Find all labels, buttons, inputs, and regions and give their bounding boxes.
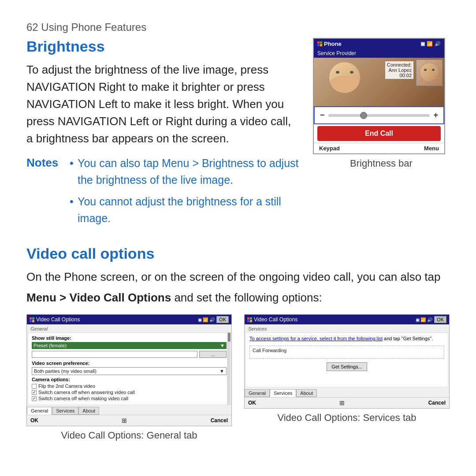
services-highlight: To access settings for a service, select… [249,336,383,341]
camera-checkbox-3: Switch camera off when making video call [32,396,227,401]
services-spacer [249,371,444,384]
vco-services-cancel-bottom[interactable]: Cancel [428,400,446,406]
notes-row: Notes You can also tap Menu > Brightness… [26,155,300,232]
show-still-image-select[interactable]: Preset (female) ▼ [32,342,227,349]
connected-label: Connected: [387,62,412,67]
general-tab-caption: Video Call Options: General tab [26,430,232,441]
call-duration: 00:02 [387,73,412,78]
network-icon: 📶 [427,41,433,47]
phone-screenshot: Phone ▣ 📶 🔊 Service Provider [313,38,445,154]
phone-title: Phone [324,41,342,47]
video-call-intro: On the Phone screen, or on the screen of… [26,268,450,286]
tab-general[interactable]: General [27,407,52,415]
vco-services-body: To access settings for a service, select… [245,332,448,387]
flip-camera-label: Flip the 2nd Camera video [38,383,95,389]
phone-titlebar: Phone ▣ 📶 🔊 [314,39,444,49]
vco-services-dialog: Video Call Options ▣ 📶 🔊 OK Services To … [244,314,450,409]
screenshots-row: Video Call Options ▣ 📶 🔊 OK General Show… [26,314,450,441]
notes-items: You can also tap Menu > Brightness to ad… [70,155,300,232]
vco-services-tabs: General Services About [245,389,449,397]
get-settings-row: Get Settings... [249,362,444,371]
vco-general-title: Video Call Options [36,316,80,323]
brightness-plus-icon[interactable]: + [433,111,438,120]
services-instructions: To access settings for a service, select… [249,335,444,342]
dropdown-arrow-icon: ▼ [220,343,225,348]
flip-camera-checkbox[interactable] [32,384,37,389]
video-call-menu-text: Menu > Video Call Options and set the fo… [26,289,450,306]
windows-logo-icon [317,41,322,46]
vco-services-signal: ▣ 📶 🔊 [416,317,433,322]
general-tab-col: Video Call Options ▣ 📶 🔊 OK General Show… [26,314,232,441]
notes-label: Notes [26,155,62,232]
titlebar-icons: ▣ 📶 🔊 [420,41,441,47]
vco-services-bottom: OK ⊞ Cancel [245,397,449,408]
scrollbar-thumb [228,333,231,342]
service-provider-bar: Service Provider [314,49,444,58]
video-call-title: Video call options [26,245,450,262]
vco-services-titlebar: Video Call Options ▣ 📶 🔊 OK [245,315,449,324]
video-area: Connected: Ann Lopez 00:02 [314,58,444,106]
menu-label[interactable]: Menu [424,145,439,152]
end-call-button[interactable]: End Call [317,126,441,141]
brightness-bar-caption: Brightness bar [313,158,450,169]
service-provider-label: Service Provider [317,50,356,56]
vco-general-ok-btn[interactable]: OK [216,316,229,323]
brightness-bar-control[interactable]: − + [314,106,444,124]
brightness-right: Phone ▣ 📶 🔊 Service Provider [313,38,450,169]
vco-general-bottom: OK ⊞ Cancel [27,415,231,426]
tab-about[interactable]: About [78,407,99,415]
file-input-row: ... [32,351,227,358]
brightness-minus-icon[interactable]: − [320,111,325,120]
vco-ok-bottom-btn[interactable]: OK [30,417,38,424]
vco-general-tabs: General Services About [27,407,231,415]
vco-cancel-bottom-btn[interactable]: Cancel [211,417,228,424]
page-number: 62 Using Phone Features [26,21,450,33]
dropdown2-arrow-icon: ▼ [219,368,224,374]
vco-general-body: Show still image: Preset (female) ▼ ... … [28,332,231,405]
tab-about-s[interactable]: About [296,389,317,397]
tab-services[interactable]: Services [52,407,78,415]
switch-camera-make-label: Switch camera off when making video call [38,396,128,401]
page-container: 62 Using Phone Features Brightness To ad… [0,0,476,466]
note-item-1: You can also tap Menu > Brightness to ad… [70,155,300,188]
switch-camera-answer-label: Switch camera off when answering video c… [38,390,135,395]
switch-camera-make-checkbox[interactable] [32,396,37,401]
caller-name: Ann Lopez [387,67,412,73]
call-forwarding-item[interactable]: Call Forwarding [249,346,444,359]
show-still-image-label: Show still image: [32,335,227,341]
file-path-input[interactable] [32,351,197,358]
brightness-section: Brightness To adjust the brightness of t… [26,38,450,232]
brightness-left: Brightness To adjust the brightness of t… [26,38,300,232]
camera-checkbox-1: Flip the 2nd Camera video [32,383,227,389]
brightness-thumb[interactable] [360,112,367,119]
scrollbar[interactable] [227,333,230,405]
grid-icon: ⊞ [122,417,127,424]
browse-button[interactable]: ... [199,351,227,358]
video-screen-select[interactable]: Both parties (my video small) ▼ [32,367,227,375]
vco-general-titlebar: Video Call Options ▣ 📶 🔊 OK [27,315,231,324]
services-tab-caption: Video Call Options: Services tab [244,412,450,424]
camera-checkbox-2: Switch camera off when answering video c… [32,390,227,395]
vco-services-section: Services [245,324,449,332]
services-grid-icon: ⊞ [339,399,345,406]
signal-icon: ▣ [420,41,425,47]
video-call-section: Video call options On the Phone screen, … [26,245,450,441]
vco-services-ok-btn[interactable]: OK [434,316,446,323]
get-settings-button[interactable]: Get Settings... [327,362,367,371]
volume-icon: 🔊 [435,41,441,47]
video-screen-pref-label: Video screen preference: [32,361,227,366]
tab-services-s[interactable]: Services [270,389,296,397]
vco-general-dialog: Video Call Options ▣ 📶 🔊 OK General Show… [26,314,232,426]
brightness-body: To adjust the brightness of the live ima… [26,61,300,147]
vco-general-section: General [27,324,231,332]
note-item-2: You cannot adjust the brightness for a s… [70,193,300,227]
brightness-title: Brightness [26,38,300,55]
vco-services-ok-bottom[interactable]: OK [248,400,256,406]
services-tab-col: Video Call Options ▣ 📶 🔊 OK Services To … [244,314,450,441]
camera-options-label: Camera options: [32,377,227,382]
keypad-label[interactable]: Keypad [319,145,340,152]
switch-camera-answer-checkbox[interactable] [32,390,37,395]
brightness-slider[interactable] [328,114,430,117]
phone-bottom-bar: Keypad Menu [314,143,444,153]
tab-general-s[interactable]: General [245,389,270,397]
